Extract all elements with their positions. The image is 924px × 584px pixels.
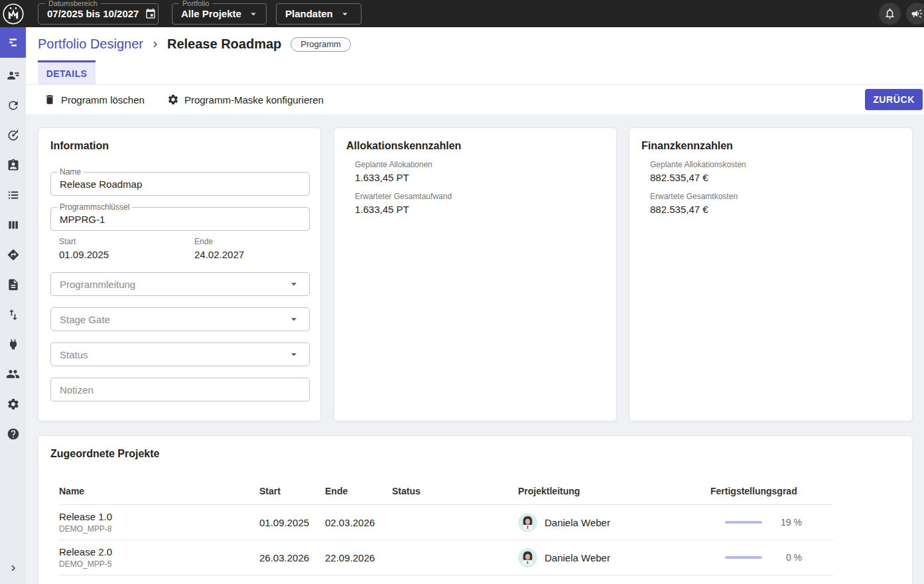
plan-data-value: Plandaten — [285, 8, 333, 19]
metric-label: Erwartete Gesamtkosten — [650, 192, 746, 201]
table-row[interactable]: Release 1.0 DEMO_MPP-8 01.09.2025 02.03.… — [59, 505, 833, 540]
sidebar-item-board[interactable] — [0, 210, 26, 240]
sidebar-item-integrations[interactable] — [0, 329, 26, 359]
dropdown-arrow-icon — [247, 8, 259, 20]
notifications-button[interactable] — [879, 3, 901, 25]
notes-field[interactable]: Notizen — [50, 378, 310, 402]
megaphone-icon — [911, 7, 923, 20]
start-date: Start 01.09.2025 — [59, 237, 109, 260]
status-select[interactable]: Status — [50, 342, 310, 366]
breadcrumb-portfolio-designer[interactable]: Portfolio Designer — [38, 36, 143, 52]
bell-icon — [884, 7, 896, 20]
projects-table: Name Start Ende Status Projektleitung Fe… — [59, 477, 833, 575]
metric-value: 882.535,47 € — [650, 204, 746, 215]
progress-label: 19 % — [774, 517, 802, 528]
program-badge: Programm — [291, 37, 351, 52]
configure-program-mask-button[interactable]: Programm-Maske konfigurieren — [167, 94, 324, 106]
page-header: Portfolio Designer Release Roadmap Progr… — [26, 27, 924, 114]
stage-gate-select[interactable]: Stage Gate — [50, 307, 310, 331]
col-header-name: Name — [59, 486, 259, 496]
program-key-field[interactable]: Programmschlüssel MPPRG-1 — [50, 207, 310, 231]
name-field[interactable]: Name Release Roadmap — [50, 172, 310, 196]
dropdown-arrow-icon — [287, 348, 300, 361]
col-header-lead: Projektleitung — [518, 486, 710, 496]
directions-icon — [7, 248, 20, 261]
program-key-value: MPPRG-1 — [60, 214, 105, 225]
chevron-right-icon — [149, 38, 161, 50]
metric-value: 1.633,45 PT — [355, 172, 452, 183]
assigned-projects-card: Zugeordnete Projekte Name Start Ende Sta… — [38, 435, 913, 584]
trash-icon — [44, 94, 56, 106]
sidebar-item-project-intake[interactable] — [0, 150, 26, 180]
name-field-value: Release Roadmap — [60, 179, 142, 190]
end-label: Ende — [194, 237, 244, 246]
program-lead-placeholder: Programmleitung — [60, 279, 135, 290]
table-header-row: Name Start Ende Status Projektleitung Fe… — [59, 477, 833, 505]
document-icon — [7, 278, 20, 291]
portfolio-value: Alle Projekte — [181, 8, 241, 19]
start-label: Start — [59, 237, 109, 246]
project-key: DEMO_MPP-8 — [59, 524, 259, 534]
sidebar-item-portfolio-designer[interactable] — [0, 27, 26, 58]
project-lead: Daniela Weber — [545, 517, 610, 528]
sidebar-item-users[interactable] — [0, 359, 26, 389]
progress-label: 0 % — [774, 552, 802, 563]
avatar — [518, 513, 537, 532]
sidebar-item-roadmap[interactable] — [0, 240, 26, 269]
chevron-right-icon — [7, 562, 19, 574]
date-range-value: 07/2025 bis 10/2027 — [47, 8, 139, 19]
finance-metrics-title: Finanzkennzahlen — [641, 140, 733, 152]
project-name: Release 1.0 — [59, 511, 259, 522]
allocation-metrics-title: Allokationskennzahlen — [346, 140, 461, 152]
badge-icon — [7, 159, 20, 172]
col-header-end: Ende — [325, 486, 392, 496]
start-value: 01.09.2025 — [59, 249, 109, 260]
sidebar-item-goals[interactable] — [0, 120, 26, 150]
people-icon — [6, 367, 20, 381]
table-row[interactable]: Release 2.0 DEMO_MPP-5 26.03.2026 22.09.… — [59, 540, 833, 575]
progress-bar — [725, 521, 762, 524]
project-lead: Daniela Weber — [545, 552, 610, 563]
announcements-button[interactable] — [906, 3, 924, 25]
dropdown-arrow-icon — [287, 277, 300, 291]
list-icon — [7, 188, 20, 202]
date-range-picker[interactable]: Datumsbereich 07/2025 bis 10/2027 — [38, 3, 159, 25]
plan-data-select[interactable]: Plandaten — [276, 3, 362, 25]
sidebar-item-import-export[interactable] — [0, 299, 26, 329]
sidebar — [0, 27, 26, 584]
goal-target-icon — [7, 129, 20, 142]
sidebar-item-resources[interactable] — [0, 60, 26, 90]
metric-value: 1.633,45 PT — [355, 204, 452, 215]
metric-label: Geplante Allokationskosten — [650, 160, 746, 169]
end-value: 24.02.2027 — [194, 249, 244, 260]
project-key: DEMO_MPP-5 — [59, 559, 259, 569]
col-header-status: Status — [392, 486, 518, 496]
refresh-icon — [7, 99, 20, 112]
portfolio-designer-icon — [7, 36, 20, 49]
delete-program-button[interactable]: Programm löschen — [44, 94, 145, 106]
sidebar-item-settings[interactable] — [0, 389, 26, 419]
sidebar-expand-button[interactable] — [0, 553, 26, 583]
portfolio-select[interactable]: Portfolio Alle Projekte — [172, 3, 267, 25]
sidebar-item-help[interactable] — [0, 419, 26, 449]
back-button[interactable]: ZURÜCK — [865, 89, 923, 110]
metric-label: Geplante Allokationen — [355, 160, 452, 169]
toolbar: Programm löschen Programm-Maske konfigur… — [26, 85, 924, 114]
tab-details[interactable]: DETAILS — [38, 60, 96, 84]
page-title: Release Roadmap — [167, 36, 281, 52]
project-end: 22.09.2026 — [325, 552, 392, 563]
col-header-start: Start — [259, 486, 325, 496]
delete-program-label: Programm löschen — [61, 94, 145, 106]
sidebar-item-list[interactable] — [0, 180, 26, 210]
finance-metrics-card: Finanzkennzahlen Geplante Allokationskos… — [629, 127, 913, 421]
help-icon — [7, 427, 20, 441]
person-list-icon — [7, 69, 20, 82]
meisterplan-logo[interactable] — [0, 3, 27, 25]
sidebar-item-scenarios[interactable] — [0, 90, 26, 120]
topbar: Datumsbereich 07/2025 bis 10/2027 Portfo… — [0, 0, 924, 27]
gear-icon — [7, 398, 20, 411]
sidebar-item-reports[interactable] — [0, 269, 26, 299]
program-lead-select[interactable]: Programmleitung — [50, 272, 310, 296]
metric-label: Erwarteter Gesamtaufwand — [355, 192, 452, 201]
project-name: Release 2.0 — [59, 546, 259, 557]
